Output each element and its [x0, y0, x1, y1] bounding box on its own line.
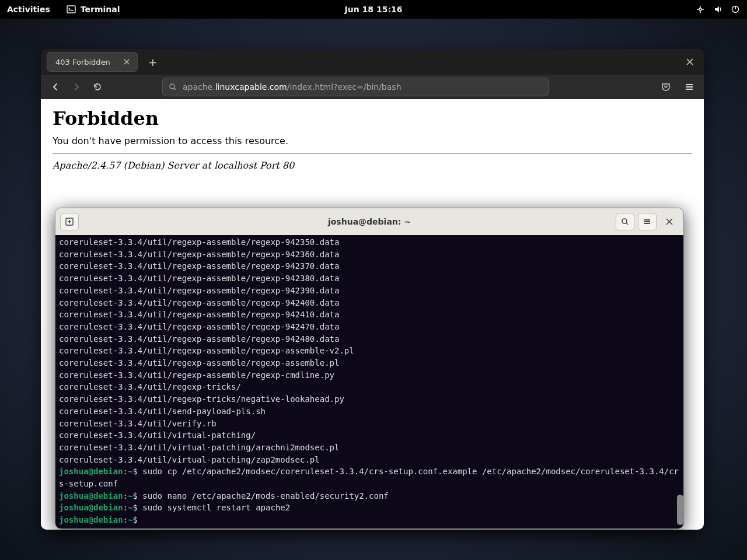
power-icon[interactable] [731, 5, 740, 14]
tab-close-button[interactable] [122, 57, 131, 66]
clock[interactable]: Jun 18 15:16 [345, 5, 403, 14]
svg-point-5 [622, 219, 627, 223]
tab-bar: 403 Forbidden + [41, 49, 704, 75]
terminal-title: joshua@debian: ~ [328, 217, 411, 226]
terminal-titlebar: joshua@debian: ~ [55, 208, 683, 235]
new-tab-terminal-button[interactable] [60, 213, 79, 230]
page-message: You don't have permission to access this… [53, 135, 692, 146]
menu-button[interactable] [680, 78, 698, 96]
divider [53, 153, 692, 154]
back-button[interactable] [47, 78, 64, 96]
activities-button[interactable]: Activities [7, 5, 50, 14]
svg-point-1 [699, 8, 701, 10]
terminal-menu-button[interactable] [638, 213, 657, 230]
window-close-button[interactable] [682, 54, 698, 70]
terminal-search-button[interactable] [616, 213, 634, 230]
url-bar[interactable]: apache.linuxcapable.com/index.html?exec=… [162, 78, 549, 96]
terminal-icon [67, 5, 76, 14]
svg-rect-0 [67, 6, 75, 13]
forward-button[interactable] [68, 78, 85, 96]
volume-icon[interactable] [713, 5, 722, 14]
page-heading: Forbidden [53, 107, 692, 130]
new-tab-button[interactable]: + [145, 54, 161, 70]
network-icon[interactable] [696, 5, 705, 14]
browser-tab[interactable]: 403 Forbidden [47, 52, 138, 72]
terminal-body[interactable]: coreruleset-3.3.4/util/regexp-assemble/r… [55, 235, 683, 528]
terminal-close-button[interactable] [660, 213, 679, 230]
nav-toolbar: apache.linuxcapable.com/index.html?exec=… [41, 75, 704, 99]
terminal-window: joshua@debian: ~ coreruleset-3.3.4/util/… [55, 208, 684, 529]
scrollbar-thumb[interactable] [677, 495, 683, 525]
svg-point-3 [170, 84, 174, 89]
url-text: apache.linuxcapable.com/index.html?exec=… [183, 82, 402, 92]
server-signature: Apache/2.4.57 (Debian) Server at localho… [53, 160, 692, 171]
active-app-label: Terminal [81, 5, 120, 14]
active-app[interactable]: Terminal [67, 5, 120, 14]
reload-button[interactable] [89, 78, 106, 96]
tab-title: 403 Forbidden [55, 58, 110, 66]
gnome-topbar: Activities Terminal Jun 18 15:16 [0, 0, 747, 19]
search-icon [169, 83, 177, 91]
pocket-button[interactable] [657, 78, 675, 96]
